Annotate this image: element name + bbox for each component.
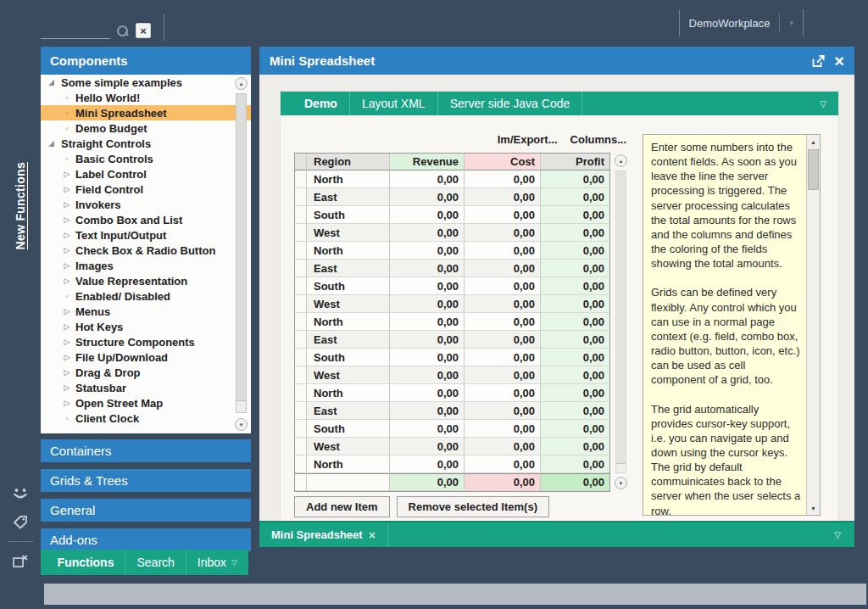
tree-scrollbar[interactable]: ▲ ▼ — [235, 77, 248, 431]
region-cell[interactable]: West — [307, 224, 390, 242]
region-cell[interactable]: South — [307, 420, 390, 438]
scroll-up-button[interactable]: ▲ — [615, 154, 627, 167]
region-cell[interactable]: East — [307, 402, 390, 420]
remove-selected-item-s--button[interactable]: Remove selected Item(s) — [397, 496, 549, 517]
row-selector[interactable] — [295, 188, 307, 206]
row-selector[interactable] — [295, 438, 307, 455]
tree-item[interactable]: ▫Basic Controls — [41, 151, 251, 166]
region-cell[interactable]: South — [307, 349, 390, 366]
footer-tab-search[interactable]: Search — [125, 550, 186, 575]
cost-cell[interactable]: 0,00 — [465, 170, 541, 188]
region-cell[interactable]: North — [307, 313, 390, 331]
collapse-icon[interactable] — [48, 80, 54, 86]
expand-icon[interactable]: ▷ — [63, 353, 71, 361]
scrollbar-track[interactable] — [615, 170, 626, 473]
row-selector[interactable] — [295, 295, 307, 313]
row-selector[interactable] — [295, 313, 307, 331]
accordion-section-containers[interactable]: Containers — [41, 439, 251, 462]
tree-item[interactable]: ▫Hello World! — [41, 90, 251, 105]
cost-cell[interactable]: 0,00 — [465, 366, 541, 384]
row-selector[interactable] — [295, 170, 307, 188]
region-cell[interactable]: North — [307, 170, 390, 188]
cost-cell[interactable]: 0,00 — [465, 331, 541, 349]
tree-item[interactable]: ▫Mini Spreadsheet — [41, 105, 251, 120]
expand-icon[interactable]: ▷ — [63, 231, 71, 239]
row-selector[interactable] — [295, 455, 307, 473]
tabstrip-dropdown-icon[interactable]: ▽ — [820, 92, 838, 115]
footer-tab-inbox[interactable]: Inbox▽ — [186, 550, 248, 575]
row-selector[interactable] — [295, 420, 307, 438]
region-cell[interactable]: East — [307, 188, 390, 206]
tree-item[interactable]: ▷Statusbar — [41, 380, 251, 395]
profit-cell[interactable]: 0,00 — [541, 331, 609, 349]
toolbar-link-columns-[interactable]: Columns... — [570, 133, 626, 146]
row-selector[interactable] — [295, 331, 307, 349]
revenue-cell[interactable]: 0,00 — [390, 438, 465, 455]
cost-cell[interactable]: 0,00 — [465, 420, 541, 438]
scroll-down-button[interactable]: ▼ — [807, 501, 820, 515]
search-input[interactable] — [41, 20, 110, 39]
tab-server-side-java-code[interactable]: Server side Java Code — [438, 92, 583, 115]
scrollbar-thumb[interactable] — [236, 94, 246, 401]
row-selector[interactable] — [295, 224, 307, 242]
smiley-icon[interactable] — [11, 485, 30, 502]
region-cell[interactable]: West — [307, 366, 390, 384]
close-icon[interactable]: × — [834, 53, 844, 70]
revenue-cell[interactable]: 0,00 — [390, 313, 465, 331]
cost-cell[interactable]: 0,00 — [465, 402, 541, 420]
cost-cell[interactable]: 0,00 — [465, 349, 541, 366]
revenue-cell[interactable]: 0,00 — [390, 295, 465, 313]
scrollbar-thumb[interactable] — [808, 149, 819, 190]
tree-item[interactable]: ▫Enabled/ Disabled — [41, 288, 251, 304]
region-cell[interactable]: South — [307, 277, 390, 295]
tree-item[interactable]: ▷Label Control — [41, 166, 251, 182]
revenue-cell[interactable]: 0,00 — [390, 260, 465, 277]
region-cell[interactable]: East — [307, 260, 390, 277]
profit-cell[interactable]: 0,00 — [541, 277, 609, 295]
profit-cell[interactable]: 0,00 — [541, 224, 609, 242]
tree-item[interactable]: ▷Value Representation — [41, 273, 251, 288]
tree-item[interactable]: ▷Invokers — [41, 197, 251, 212]
search-icon[interactable] — [116, 24, 130, 39]
tag-icon[interactable] — [12, 514, 29, 529]
region-cell[interactable]: North — [307, 242, 390, 260]
row-selector[interactable] — [295, 384, 307, 402]
revenue-cell[interactable]: 0,00 — [390, 224, 465, 242]
help-scrollbar[interactable]: ▲ ▼ — [806, 135, 820, 515]
row-selector[interactable] — [295, 277, 307, 295]
expand-icon[interactable]: ▷ — [63, 215, 71, 224]
expand-icon[interactable]: ▷ — [63, 368, 71, 377]
popout-icon[interactable] — [811, 54, 826, 68]
tree-item[interactable]: ▷Drag & Drop — [41, 365, 251, 380]
profit-cell[interactable]: 0,00 — [541, 366, 609, 384]
revenue-cell[interactable]: 0,00 — [390, 402, 465, 420]
cost-cell[interactable]: 0,00 — [465, 438, 541, 455]
column-header-profit[interactable]: Profit — [541, 154, 609, 170]
revenue-cell[interactable]: 0,00 — [390, 170, 465, 188]
region-cell[interactable]: South — [307, 206, 390, 224]
revenue-cell[interactable]: 0,00 — [390, 384, 465, 402]
tab-demo[interactable]: Demo — [292, 92, 350, 115]
add-new-item-button[interactable]: Add new Item — [294, 496, 390, 517]
profit-cell[interactable]: 0,00 — [541, 188, 609, 206]
revenue-cell[interactable]: 0,00 — [390, 349, 465, 366]
profit-cell[interactable]: 0,00 — [541, 420, 609, 438]
grid-scrollbar[interactable]: ▲ ▼ — [615, 153, 628, 491]
tree-item[interactable]: ▷Combo Box and List — [41, 212, 251, 227]
footer-tab-functions[interactable]: Functions — [41, 550, 125, 575]
revenue-cell[interactable]: 0,00 — [390, 188, 465, 206]
tree-item[interactable]: ▷Field Control — [41, 182, 251, 197]
expand-icon[interactable]: ▷ — [63, 277, 71, 285]
profit-cell[interactable]: 0,00 — [541, 384, 609, 402]
tree-item[interactable]: Straight Controls — [41, 136, 251, 151]
clear-search-icon[interactable]: × — [136, 23, 151, 38]
profit-cell[interactable]: 0,00 — [541, 260, 609, 277]
tree-item[interactable]: ▷Check Box & Radio Button — [41, 243, 251, 258]
tree-item[interactable]: Some simple examples — [41, 75, 251, 90]
tree-item[interactable]: ▷Open Street Map — [41, 395, 251, 411]
row-selector[interactable] — [295, 349, 307, 366]
scroll-down-button[interactable]: ▼ — [615, 477, 627, 489]
cost-cell[interactable]: 0,00 — [465, 188, 541, 206]
row-selector[interactable] — [295, 402, 307, 420]
scrollbar-thumb[interactable] — [616, 171, 626, 464]
